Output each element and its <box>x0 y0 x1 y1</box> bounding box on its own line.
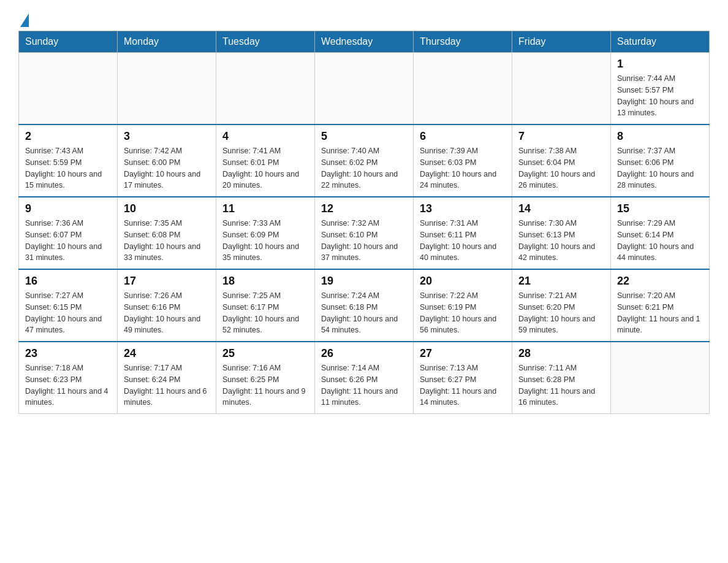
day-info: Sunrise: 7:16 AM Sunset: 6:25 PM Dayligh… <box>222 362 308 408</box>
day-info: Sunrise: 7:26 AM Sunset: 6:16 PM Dayligh… <box>124 290 210 336</box>
day-number: 13 <box>420 202 506 215</box>
day-number: 18 <box>222 275 308 288</box>
day-info: Sunrise: 7:35 AM Sunset: 6:08 PM Dayligh… <box>124 218 210 264</box>
day-info: Sunrise: 7:14 AM Sunset: 6:26 PM Dayligh… <box>321 362 407 408</box>
day-number: 26 <box>321 347 407 360</box>
calendar-day-cell: 20Sunrise: 7:22 AM Sunset: 6:19 PM Dayli… <box>414 269 512 342</box>
calendar-day-cell: 3Sunrise: 7:42 AM Sunset: 6:00 PM Daylig… <box>118 124 216 197</box>
day-number: 5 <box>321 130 407 143</box>
calendar-day-cell: 8Sunrise: 7:37 AM Sunset: 6:06 PM Daylig… <box>611 124 710 197</box>
calendar-day-cell: 25Sunrise: 7:16 AM Sunset: 6:25 PM Dayli… <box>216 342 315 414</box>
calendar-day-cell <box>216 53 315 125</box>
day-info: Sunrise: 7:39 AM Sunset: 6:03 PM Dayligh… <box>420 145 506 191</box>
calendar-day-cell <box>414 53 512 125</box>
calendar-day-cell: 17Sunrise: 7:26 AM Sunset: 6:16 PM Dayli… <box>118 269 216 342</box>
calendar-day-cell: 14Sunrise: 7:30 AM Sunset: 6:13 PM Dayli… <box>512 197 611 269</box>
calendar-day-cell: 27Sunrise: 7:13 AM Sunset: 6:27 PM Dayli… <box>414 342 512 414</box>
day-number: 11 <box>222 202 308 215</box>
day-info: Sunrise: 7:20 AM Sunset: 6:21 PM Dayligh… <box>617 290 703 336</box>
calendar-header-row: SundayMondayTuesdayWednesdayThursdayFrid… <box>19 31 710 53</box>
day-of-week-header: Sunday <box>19 31 118 53</box>
day-number: 23 <box>25 347 111 360</box>
day-number: 25 <box>222 347 308 360</box>
calendar-day-cell: 11Sunrise: 7:33 AM Sunset: 6:09 PM Dayli… <box>216 197 315 269</box>
day-number: 12 <box>321 202 407 215</box>
page-header <box>18 12 710 25</box>
day-info: Sunrise: 7:25 AM Sunset: 6:17 PM Dayligh… <box>222 290 308 336</box>
calendar-day-cell: 22Sunrise: 7:20 AM Sunset: 6:21 PM Dayli… <box>611 269 710 342</box>
calendar-day-cell: 13Sunrise: 7:31 AM Sunset: 6:11 PM Dayli… <box>414 197 512 269</box>
day-info: Sunrise: 7:38 AM Sunset: 6:04 PM Dayligh… <box>518 145 604 191</box>
calendar-day-cell: 19Sunrise: 7:24 AM Sunset: 6:18 PM Dayli… <box>315 269 414 342</box>
calendar-week-row: 16Sunrise: 7:27 AM Sunset: 6:15 PM Dayli… <box>19 269 710 342</box>
day-number: 17 <box>124 275 210 288</box>
day-number: 6 <box>420 130 506 143</box>
calendar-day-cell: 21Sunrise: 7:21 AM Sunset: 6:20 PM Dayli… <box>512 269 611 342</box>
calendar-table: SundayMondayTuesdayWednesdayThursdayFrid… <box>18 31 710 414</box>
calendar-day-cell: 9Sunrise: 7:36 AM Sunset: 6:07 PM Daylig… <box>19 197 118 269</box>
calendar-week-row: 9Sunrise: 7:36 AM Sunset: 6:07 PM Daylig… <box>19 197 710 269</box>
day-number: 15 <box>617 202 703 215</box>
day-number: 14 <box>518 202 604 215</box>
day-info: Sunrise: 7:31 AM Sunset: 6:11 PM Dayligh… <box>420 218 506 264</box>
logo-top <box>18 12 29 27</box>
day-info: Sunrise: 7:18 AM Sunset: 6:23 PM Dayligh… <box>25 362 111 408</box>
calendar-day-cell <box>611 342 710 414</box>
day-of-week-header: Friday <box>512 31 611 53</box>
day-info: Sunrise: 7:33 AM Sunset: 6:09 PM Dayligh… <box>222 218 308 264</box>
calendar-day-cell: 26Sunrise: 7:14 AM Sunset: 6:26 PM Dayli… <box>315 342 414 414</box>
calendar-day-cell: 15Sunrise: 7:29 AM Sunset: 6:14 PM Dayli… <box>611 197 710 269</box>
day-info: Sunrise: 7:27 AM Sunset: 6:15 PM Dayligh… <box>25 290 111 336</box>
calendar-day-cell: 28Sunrise: 7:11 AM Sunset: 6:28 PM Dayli… <box>512 342 611 414</box>
logo <box>18 12 29 25</box>
day-info: Sunrise: 7:30 AM Sunset: 6:13 PM Dayligh… <box>518 218 604 264</box>
calendar-day-cell: 23Sunrise: 7:18 AM Sunset: 6:23 PM Dayli… <box>19 342 118 414</box>
day-info: Sunrise: 7:32 AM Sunset: 6:10 PM Dayligh… <box>321 218 407 264</box>
calendar-day-cell: 1Sunrise: 7:44 AM Sunset: 5:57 PM Daylig… <box>611 53 710 125</box>
day-info: Sunrise: 7:11 AM Sunset: 6:28 PM Dayligh… <box>518 362 604 408</box>
day-info: Sunrise: 7:13 AM Sunset: 6:27 PM Dayligh… <box>420 362 506 408</box>
day-number: 4 <box>222 130 308 143</box>
day-of-week-header: Thursday <box>414 31 512 53</box>
calendar-day-cell <box>19 53 118 125</box>
logo-triangle-icon <box>20 13 29 27</box>
day-number: 2 <box>25 130 111 143</box>
day-number: 3 <box>124 130 210 143</box>
calendar-day-cell: 6Sunrise: 7:39 AM Sunset: 6:03 PM Daylig… <box>414 124 512 197</box>
day-info: Sunrise: 7:37 AM Sunset: 6:06 PM Dayligh… <box>617 145 703 191</box>
day-info: Sunrise: 7:41 AM Sunset: 6:01 PM Dayligh… <box>222 145 308 191</box>
day-info: Sunrise: 7:43 AM Sunset: 5:59 PM Dayligh… <box>25 145 111 191</box>
day-number: 1 <box>617 58 703 71</box>
calendar-day-cell: 24Sunrise: 7:17 AM Sunset: 6:24 PM Dayli… <box>118 342 216 414</box>
calendar-day-cell: 12Sunrise: 7:32 AM Sunset: 6:10 PM Dayli… <box>315 197 414 269</box>
day-of-week-header: Monday <box>118 31 216 53</box>
day-number: 16 <box>25 275 111 288</box>
calendar-day-cell: 18Sunrise: 7:25 AM Sunset: 6:17 PM Dayli… <box>216 269 315 342</box>
day-number: 20 <box>420 275 506 288</box>
day-number: 24 <box>124 347 210 360</box>
day-info: Sunrise: 7:42 AM Sunset: 6:00 PM Dayligh… <box>124 145 210 191</box>
day-number: 7 <box>518 130 604 143</box>
calendar-day-cell: 7Sunrise: 7:38 AM Sunset: 6:04 PM Daylig… <box>512 124 611 197</box>
day-of-week-header: Wednesday <box>315 31 414 53</box>
calendar-week-row: 2Sunrise: 7:43 AM Sunset: 5:59 PM Daylig… <box>19 124 710 197</box>
calendar-day-cell: 5Sunrise: 7:40 AM Sunset: 6:02 PM Daylig… <box>315 124 414 197</box>
day-info: Sunrise: 7:29 AM Sunset: 6:14 PM Dayligh… <box>617 218 703 264</box>
day-of-week-header: Saturday <box>611 31 710 53</box>
day-number: 28 <box>518 347 604 360</box>
day-info: Sunrise: 7:24 AM Sunset: 6:18 PM Dayligh… <box>321 290 407 336</box>
calendar-day-cell: 10Sunrise: 7:35 AM Sunset: 6:08 PM Dayli… <box>118 197 216 269</box>
calendar-week-row: 23Sunrise: 7:18 AM Sunset: 6:23 PM Dayli… <box>19 342 710 414</box>
calendar-day-cell: 16Sunrise: 7:27 AM Sunset: 6:15 PM Dayli… <box>19 269 118 342</box>
day-info: Sunrise: 7:44 AM Sunset: 5:57 PM Dayligh… <box>617 73 703 119</box>
calendar-day-cell <box>512 53 611 125</box>
day-number: 21 <box>518 275 604 288</box>
day-number: 22 <box>617 275 703 288</box>
calendar-day-cell: 2Sunrise: 7:43 AM Sunset: 5:59 PM Daylig… <box>19 124 118 197</box>
day-info: Sunrise: 7:36 AM Sunset: 6:07 PM Dayligh… <box>25 218 111 264</box>
day-number: 9 <box>25 202 111 215</box>
calendar-week-row: 1Sunrise: 7:44 AM Sunset: 5:57 PM Daylig… <box>19 53 710 125</box>
calendar-day-cell <box>118 53 216 125</box>
calendar-day-cell: 4Sunrise: 7:41 AM Sunset: 6:01 PM Daylig… <box>216 124 315 197</box>
day-info: Sunrise: 7:21 AM Sunset: 6:20 PM Dayligh… <box>518 290 604 336</box>
